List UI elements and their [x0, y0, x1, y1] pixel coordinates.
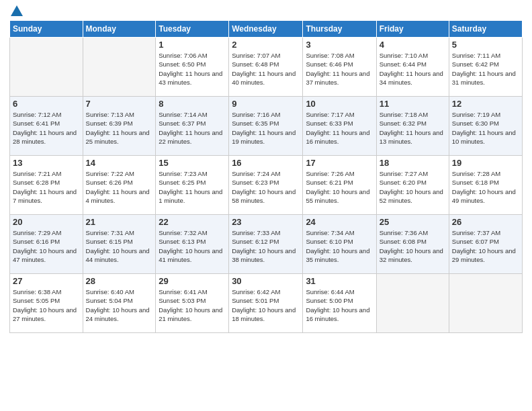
calendar-cell: 29Sunrise: 6:41 AM Sunset: 5:03 PM Dayli… [156, 274, 229, 333]
day-number: 26 [452, 217, 519, 227]
day-info: Sunrise: 7:22 AM Sunset: 6:26 PM Dayligh… [86, 169, 153, 205]
calendar-cell: 30Sunrise: 6:42 AM Sunset: 5:01 PM Dayli… [229, 274, 303, 333]
day-number: 15 [159, 158, 226, 168]
day-number: 25 [380, 217, 446, 227]
logo-triangle-icon [11, 5, 23, 16]
day-info: Sunrise: 6:38 AM Sunset: 5:05 PM Dayligh… [13, 287, 80, 323]
calendar-cell: 28Sunrise: 6:40 AM Sunset: 5:04 PM Dayli… [83, 274, 156, 333]
calendar-cell [10, 38, 83, 97]
day-number: 2 [232, 40, 300, 50]
day-info: Sunrise: 6:44 AM Sunset: 5:00 PM Dayligh… [306, 287, 373, 323]
day-number: 24 [306, 217, 373, 227]
calendar-cell [83, 38, 156, 97]
day-info: Sunrise: 7:36 AM Sunset: 6:08 PM Dayligh… [380, 228, 446, 264]
calendar-cell: 7Sunrise: 7:13 AM Sunset: 6:39 PM Daylig… [83, 97, 156, 156]
calendar-cell: 25Sunrise: 7:36 AM Sunset: 6:08 PM Dayli… [376, 215, 449, 274]
day-number: 29 [159, 276, 226, 286]
weekday-header-saturday: Saturday [449, 21, 522, 38]
day-info: Sunrise: 7:27 AM Sunset: 6:20 PM Dayligh… [380, 169, 446, 205]
calendar-cell: 13Sunrise: 7:21 AM Sunset: 6:28 PM Dayli… [10, 156, 83, 215]
calendar-cell: 26Sunrise: 7:37 AM Sunset: 6:07 PM Dayli… [449, 215, 522, 274]
weekday-header-wednesday: Wednesday [229, 21, 303, 38]
calendar-cell [449, 274, 522, 333]
day-number: 19 [452, 158, 519, 168]
calendar-cell: 3Sunrise: 7:08 AM Sunset: 6:46 PM Daylig… [303, 38, 376, 97]
day-number: 21 [86, 217, 153, 227]
calendar-cell: 18Sunrise: 7:27 AM Sunset: 6:20 PM Dayli… [376, 156, 449, 215]
logo [9, 7, 23, 16]
calendar-cell: 9Sunrise: 7:16 AM Sunset: 6:35 PM Daylig… [229, 97, 303, 156]
weekday-header-sunday: Sunday [10, 21, 83, 38]
header [9, 7, 523, 16]
weekday-header-thursday: Thursday [303, 21, 376, 38]
day-info: Sunrise: 7:06 AM Sunset: 6:50 PM Dayligh… [159, 51, 226, 87]
day-number: 22 [159, 217, 226, 227]
calendar-cell: 14Sunrise: 7:22 AM Sunset: 6:26 PM Dayli… [83, 156, 156, 215]
day-info: Sunrise: 7:14 AM Sunset: 6:37 PM Dayligh… [159, 110, 226, 146]
day-info: Sunrise: 7:32 AM Sunset: 6:13 PM Dayligh… [159, 228, 226, 264]
calendar-cell: 16Sunrise: 7:24 AM Sunset: 6:23 PM Dayli… [229, 156, 303, 215]
calendar-cell: 20Sunrise: 7:29 AM Sunset: 6:16 PM Dayli… [10, 215, 83, 274]
day-number: 6 [13, 99, 80, 109]
calendar-cell: 15Sunrise: 7:23 AM Sunset: 6:25 PM Dayli… [156, 156, 229, 215]
day-info: Sunrise: 7:24 AM Sunset: 6:23 PM Dayligh… [232, 169, 300, 205]
calendar-cell: 23Sunrise: 7:33 AM Sunset: 6:12 PM Dayli… [229, 215, 303, 274]
week-row-0: 1Sunrise: 7:06 AM Sunset: 6:50 PM Daylig… [10, 38, 523, 97]
day-number: 12 [452, 99, 519, 109]
weekday-header-row: SundayMondayTuesdayWednesdayThursdayFrid… [10, 21, 523, 38]
calendar-cell: 17Sunrise: 7:26 AM Sunset: 6:21 PM Dayli… [303, 156, 376, 215]
day-number: 23 [232, 217, 300, 227]
day-info: Sunrise: 7:08 AM Sunset: 6:46 PM Dayligh… [306, 51, 373, 87]
day-info: Sunrise: 7:28 AM Sunset: 6:18 PM Dayligh… [452, 169, 519, 205]
day-number: 10 [306, 99, 373, 109]
day-number: 20 [13, 217, 80, 227]
calendar-cell: 31Sunrise: 6:44 AM Sunset: 5:00 PM Dayli… [303, 274, 376, 333]
day-info: Sunrise: 7:29 AM Sunset: 6:16 PM Dayligh… [13, 228, 80, 264]
day-number: 16 [232, 158, 300, 168]
page: SundayMondayTuesdayWednesdayThursdayFrid… [0, 0, 532, 411]
week-row-3: 20Sunrise: 7:29 AM Sunset: 6:16 PM Dayli… [10, 215, 523, 274]
day-number: 14 [86, 158, 153, 168]
calendar-cell: 12Sunrise: 7:19 AM Sunset: 6:30 PM Dayli… [449, 97, 522, 156]
week-row-1: 6Sunrise: 7:12 AM Sunset: 6:41 PM Daylig… [10, 97, 523, 156]
weekday-header-friday: Friday [376, 21, 449, 38]
calendar-cell [376, 274, 449, 333]
calendar-cell: 5Sunrise: 7:11 AM Sunset: 6:42 PM Daylig… [449, 38, 522, 97]
day-number: 31 [306, 276, 373, 286]
calendar-cell: 11Sunrise: 7:18 AM Sunset: 6:32 PM Dayli… [376, 97, 449, 156]
day-info: Sunrise: 7:16 AM Sunset: 6:35 PM Dayligh… [232, 110, 300, 146]
day-info: Sunrise: 7:34 AM Sunset: 6:10 PM Dayligh… [306, 228, 373, 264]
day-info: Sunrise: 7:19 AM Sunset: 6:30 PM Dayligh… [452, 110, 519, 146]
day-info: Sunrise: 7:21 AM Sunset: 6:28 PM Dayligh… [13, 169, 80, 205]
day-number: 17 [306, 158, 373, 168]
day-number: 1 [159, 40, 226, 50]
week-row-2: 13Sunrise: 7:21 AM Sunset: 6:28 PM Dayli… [10, 156, 523, 215]
day-info: Sunrise: 7:18 AM Sunset: 6:32 PM Dayligh… [380, 110, 446, 146]
day-info: Sunrise: 7:23 AM Sunset: 6:25 PM Dayligh… [159, 169, 226, 205]
day-info: Sunrise: 7:10 AM Sunset: 6:44 PM Dayligh… [380, 51, 446, 87]
calendar-cell: 4Sunrise: 7:10 AM Sunset: 6:44 PM Daylig… [376, 38, 449, 97]
day-info: Sunrise: 6:42 AM Sunset: 5:01 PM Dayligh… [232, 287, 300, 323]
day-number: 7 [86, 99, 153, 109]
calendar: SundayMondayTuesdayWednesdayThursdayFrid… [9, 20, 523, 333]
day-info: Sunrise: 6:40 AM Sunset: 5:04 PM Dayligh… [86, 287, 153, 323]
day-number: 18 [380, 158, 446, 168]
day-info: Sunrise: 7:33 AM Sunset: 6:12 PM Dayligh… [232, 228, 300, 264]
day-number: 28 [86, 276, 153, 286]
weekday-header-monday: Monday [83, 21, 156, 38]
day-info: Sunrise: 7:26 AM Sunset: 6:21 PM Dayligh… [306, 169, 373, 205]
day-info: Sunrise: 7:17 AM Sunset: 6:33 PM Dayligh… [306, 110, 373, 146]
day-number: 11 [380, 99, 446, 109]
calendar-cell: 1Sunrise: 7:06 AM Sunset: 6:50 PM Daylig… [156, 38, 229, 97]
day-info: Sunrise: 7:12 AM Sunset: 6:41 PM Dayligh… [13, 110, 80, 146]
day-number: 5 [452, 40, 519, 50]
day-info: Sunrise: 7:11 AM Sunset: 6:42 PM Dayligh… [452, 51, 519, 87]
calendar-cell: 21Sunrise: 7:31 AM Sunset: 6:15 PM Dayli… [83, 215, 156, 274]
calendar-cell: 2Sunrise: 7:07 AM Sunset: 6:48 PM Daylig… [229, 38, 303, 97]
calendar-cell: 10Sunrise: 7:17 AM Sunset: 6:33 PM Dayli… [303, 97, 376, 156]
calendar-cell: 22Sunrise: 7:32 AM Sunset: 6:13 PM Dayli… [156, 215, 229, 274]
day-info: Sunrise: 6:41 AM Sunset: 5:03 PM Dayligh… [159, 287, 226, 323]
day-info: Sunrise: 7:07 AM Sunset: 6:48 PM Dayligh… [232, 51, 300, 87]
calendar-cell: 19Sunrise: 7:28 AM Sunset: 6:18 PM Dayli… [449, 156, 522, 215]
day-number: 8 [159, 99, 226, 109]
